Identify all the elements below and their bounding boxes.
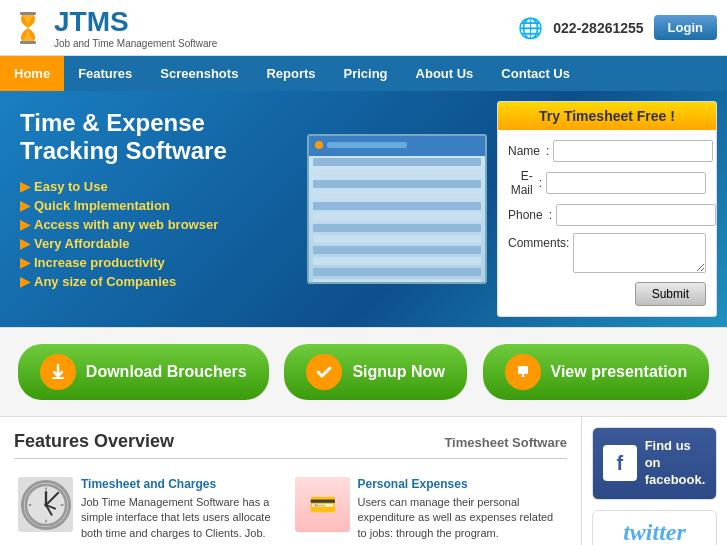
- hero-feature-2: ▶Quick Implementation: [20, 198, 277, 213]
- logo-title: JTMS: [54, 6, 217, 38]
- navigation: Home Features Screenshots Reports Pricin…: [0, 56, 727, 91]
- nav-features[interactable]: Features: [64, 56, 146, 91]
- nav-pricing[interactable]: Pricing: [330, 56, 402, 91]
- timesheet-content: Timesheet and Charges Job Time Managemen…: [81, 477, 287, 541]
- form-title: Try Timesheet Free !: [498, 102, 716, 130]
- signup-button[interactable]: Signup Now: [284, 344, 466, 400]
- logo-subtitle: Job and Time Management Software: [54, 38, 217, 49]
- view-presentation-button[interactable]: View presentation: [483, 344, 710, 400]
- hero-feature-1: ▶Easy to Use: [20, 179, 277, 194]
- svg-rect-0: [20, 12, 36, 15]
- hero-image: [297, 91, 497, 327]
- hero-feature-4: ▶Very Affordable: [20, 236, 277, 251]
- trial-form: Try Timesheet Free ! Name : E- Mail : Ph…: [497, 101, 717, 317]
- phone-input[interactable]: [556, 204, 716, 226]
- features-subtitle: Timesheet Software: [444, 435, 567, 450]
- facebook-text: Find us onfacebook.: [645, 438, 706, 489]
- features-title: Features Overview: [14, 431, 174, 452]
- nav-about[interactable]: About Us: [402, 56, 488, 91]
- hero-screenshot: [307, 134, 487, 284]
- hero-content: Time & Expense Tracking Software ▶Easy t…: [0, 91, 297, 327]
- nav-contact[interactable]: Contact Us: [487, 56, 584, 91]
- signup-icon: [306, 354, 342, 390]
- feature-timesheet: Timesheet and Charges Job Time Managemen…: [14, 469, 291, 545]
- nav-reports[interactable]: Reports: [252, 56, 329, 91]
- nav-home[interactable]: Home: [0, 56, 64, 91]
- hero-section: Time & Expense Tracking Software ▶Easy t…: [0, 91, 497, 327]
- expenses-content: Personal Expenses Users can manage their…: [358, 477, 564, 541]
- header-right: 🌐 022-28261255 Login: [518, 15, 717, 40]
- feature-expenses: 💳 Personal Expenses Users can manage the…: [291, 469, 568, 545]
- svg-point-8: [25, 484, 65, 524]
- comments-row: Comments:: [508, 233, 706, 273]
- facebook-icon: f: [603, 445, 637, 481]
- features-header: Features Overview Timesheet Software: [14, 431, 567, 459]
- logo-area: JTMS Job and Time Management Software: [10, 6, 217, 49]
- svg-rect-3: [52, 377, 64, 379]
- login-button[interactable]: Login: [654, 15, 717, 40]
- download-icon: [40, 354, 76, 390]
- svg-rect-1: [20, 41, 36, 44]
- comments-input[interactable]: [573, 233, 706, 273]
- main-content: Features Overview Timesheet Software: [0, 417, 727, 545]
- comments-label: Comments:: [508, 233, 573, 250]
- features-section: Features Overview Timesheet Software: [0, 417, 582, 545]
- hero-feature-3: ▶Access with any web browser: [20, 217, 277, 232]
- svg-rect-6: [518, 366, 528, 374]
- hero-feature-6: ▶Any size of Companies: [20, 274, 277, 289]
- submit-button[interactable]: Submit: [635, 282, 706, 306]
- cta-row: Download Brouchers Signup Now View prese…: [0, 327, 727, 417]
- name-label: Name: [508, 144, 546, 158]
- header: JTMS Job and Time Management Software 🌐 …: [0, 0, 727, 56]
- twitter-card[interactable]: twitter: [592, 510, 717, 545]
- phone-row: Phone :: [508, 204, 706, 226]
- email-row: E- Mail :: [508, 169, 706, 197]
- globe-icon: 🌐: [518, 16, 543, 40]
- logo-text-block: JTMS Job and Time Management Software: [54, 6, 217, 49]
- timesheet-thumb: [18, 477, 73, 532]
- presentation-icon: [505, 354, 541, 390]
- expense-icon: 💳: [295, 477, 350, 532]
- hero-feature-5: ▶Increase productivity: [20, 255, 277, 270]
- email-input[interactable]: [546, 172, 706, 194]
- twitter-text: twitter: [623, 519, 686, 545]
- hero-title: Time & Expense Tracking Software: [20, 109, 277, 165]
- phone-label: Phone: [508, 208, 549, 222]
- download-button[interactable]: Download Brouchers: [18, 344, 269, 400]
- svg-point-9: [44, 503, 48, 507]
- nav-screenshots[interactable]: Screenshots: [146, 56, 252, 91]
- feature-grid: Timesheet and Charges Job Time Managemen…: [14, 469, 567, 545]
- logo-icon: [10, 10, 46, 46]
- phone-number: 022-28261255: [553, 20, 643, 36]
- name-input[interactable]: [553, 140, 713, 162]
- facebook-card[interactable]: f Find us onfacebook.: [592, 427, 717, 500]
- svg-rect-7: [522, 374, 524, 377]
- clock-icon: [21, 480, 71, 530]
- sidebar: f Find us onfacebook. twitter You Tube: [582, 417, 727, 545]
- email-label: E- Mail: [508, 169, 539, 197]
- expenses-thumb: 💳: [295, 477, 350, 532]
- name-row: Name :: [508, 140, 706, 162]
